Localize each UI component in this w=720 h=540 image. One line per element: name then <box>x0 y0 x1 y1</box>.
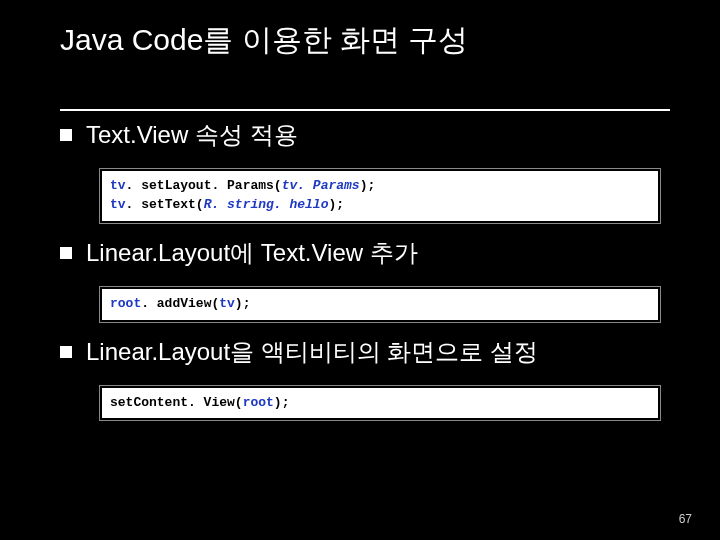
code-line: setContent. View(root); <box>110 394 650 413</box>
code-token: ); <box>360 178 376 193</box>
bullet-block-2: Linear.Layout에 Text.View 추가 root. addVie… <box>60 237 670 322</box>
bullet-text: Linear.Layout을 액티비티의 화면으로 설정 <box>86 336 538 368</box>
code-token: tv <box>110 178 126 193</box>
code-token: R. string. hello <box>204 197 329 212</box>
bullet-1: Text.View 속성 적용 <box>60 119 670 151</box>
slide: Java Code를 이용한 화면 구성 Text.View 속성 적용 tv.… <box>0 0 720 420</box>
code-box-3: setContent. View(root); <box>100 386 660 421</box>
code-token: tv <box>110 197 126 212</box>
code-token: View( <box>180 296 219 311</box>
slide-title: Java Code를 이용한 화면 구성 <box>60 20 670 69</box>
code-token: root <box>243 395 274 410</box>
code-token: . set <box>126 197 165 212</box>
bullet-block-3: Linear.Layout을 액티비티의 화면으로 설정 setContent.… <box>60 336 670 421</box>
code-line: tv. setText(R. string. hello); <box>110 196 650 215</box>
bullet-text: Linear.Layout에 Text.View 추가 <box>86 237 418 269</box>
title-block: Java Code를 이용한 화면 구성 <box>60 20 670 119</box>
bullet-square-icon <box>60 346 72 358</box>
code-token: ); <box>274 395 290 410</box>
bullet-block-1: Text.View 속성 적용 tv. setLayout. Params(tv… <box>60 119 670 223</box>
code-box-1: tv. setLayout. Params(tv. Params); tv. s… <box>100 169 660 223</box>
bullet-square-icon <box>60 129 72 141</box>
bullet-3: Linear.Layout을 액티비티의 화면으로 설정 <box>60 336 670 368</box>
code-token: . add <box>141 296 180 311</box>
code-token: tv. Params <box>282 178 360 193</box>
page-number: 67 <box>679 512 692 526</box>
code-box-2: root. addView(tv); <box>100 287 660 322</box>
bullet-text: Text.View 속성 적용 <box>86 119 298 151</box>
code-token: tv <box>219 296 235 311</box>
code-token: Content. View( <box>133 395 242 410</box>
code-token: ); <box>235 296 251 311</box>
code-token: set <box>110 395 133 410</box>
code-token: . set <box>126 178 165 193</box>
code-token: Layout. Params( <box>165 178 282 193</box>
code-token: ); <box>328 197 344 212</box>
bullet-square-icon <box>60 247 72 259</box>
code-token: Text( <box>165 197 204 212</box>
bullet-2: Linear.Layout에 Text.View 추가 <box>60 237 670 269</box>
code-line: root. addView(tv); <box>110 295 650 314</box>
title-underline <box>60 109 670 111</box>
code-line: tv. setLayout. Params(tv. Params); <box>110 177 650 196</box>
code-token: root <box>110 296 141 311</box>
